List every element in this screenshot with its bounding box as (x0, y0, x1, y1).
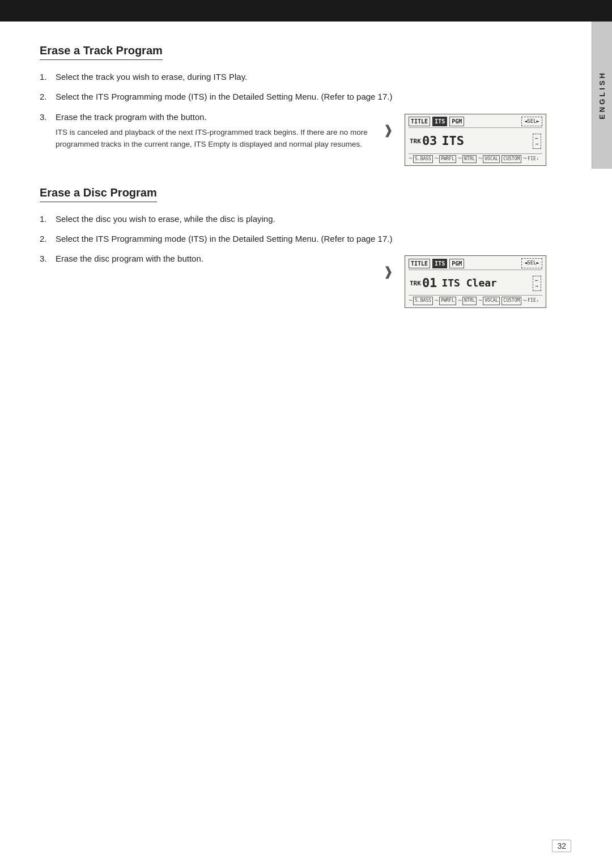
page-number: 32 (552, 840, 571, 852)
lcd-trk-num-1: 03 (422, 131, 437, 151)
lcd-labels-2: TITLE ITS PGM (409, 259, 464, 269)
lcd-sbass-1: 〜S.BASS (409, 155, 433, 163)
lcd-custom-2: CUSTOM (502, 297, 521, 305)
lcd-bottom-row-2: 〜S.BASS 〜PWRFL 〜NTRL 〜VOCAL CUSTOM 〜FIE↓ (409, 295, 542, 305)
step-number-2: 2. (40, 90, 56, 103)
arrow-icon-disc: ❱ (383, 262, 393, 281)
lcd-label-pgm-2: PGM (449, 259, 464, 269)
track-step-3-content: Erase the track program with the button.… (56, 110, 546, 166)
step3-row-track: Erase the track program with the button.… (56, 110, 546, 166)
step3-row-disc: Erase the disc program with the button. … (56, 252, 546, 307)
disc-steps: 1. Select the disc you wish to erase, wh… (40, 212, 546, 308)
lcd-label-title-2: TITLE (409, 259, 430, 269)
lcd-label-its-2: ITS (432, 259, 447, 269)
track-step-1: 1. Select the track you wish to erase, d… (40, 70, 546, 83)
main-content: Erase a Track Program 1. Select the trac… (0, 22, 592, 342)
track-step-3: 3. Erase the track program with the butt… (40, 110, 546, 166)
lcd-sbass-2: 〜S.BASS (409, 297, 433, 305)
disc-step-3: 3. Erase the disc program with the butto… (40, 252, 546, 307)
side-tab: ENGLISH (592, 22, 612, 169)
lcd-trk-label-2: TRK (410, 279, 421, 288)
section-erase-disc: Erase a Disc Program 1. Select the disc … (40, 186, 546, 308)
lcd-fie-2: 〜FIE↓ (523, 297, 539, 304)
lcd-sel-1: ◄SEL► (521, 117, 542, 127)
lcd-mode-1: ITS (441, 131, 532, 151)
lcd-display-disc: TITLE ITS PGM ◄SEL► TRK 01 (405, 255, 546, 307)
lcd-label-pgm-1: PGM (449, 117, 464, 127)
step-number-1: 1. (40, 70, 56, 83)
disc-step-1: 1. Select the disc you wish to erase, wh… (40, 212, 546, 225)
lcd-sel-2: ◄SEL► (521, 258, 542, 268)
lcd-top-row-1: TITLE ITS PGM ◄SEL► (409, 117, 542, 129)
track-step-1-text: Select the track you wish to erase, duri… (56, 70, 546, 83)
disc-step-3-content: Erase the disc program with the button. … (56, 252, 546, 307)
track-step-3-subtext: ITS is canceled and playback of the next… (56, 127, 372, 151)
disc-step-1-text: Select the disc you wish to erase, while… (56, 212, 546, 225)
lcd-pwrfl-1: 〜PWRFL (435, 155, 456, 163)
lcd-bottom-row-1: 〜S.BASS 〜PWRFL 〜NTRL 〜VOCAL CUSTOM 〜FIE↓ (409, 153, 542, 163)
disc-step-number-1: 1. (40, 212, 56, 225)
lcd-trk-label-1: TRK (410, 136, 421, 146)
track-step-3-text: Erase the track program with the button. (56, 112, 207, 122)
disc-step-2: 2. Select the ITS Programming mode (ITS)… (40, 232, 546, 245)
step3-left-track: Erase the track program with the button.… (56, 110, 372, 151)
lcd-label-its-1: ITS (432, 117, 447, 127)
lcd-mode-2: ITS Clear (441, 275, 532, 291)
step3-left-disc: Erase the disc program with the button. (56, 252, 372, 265)
lcd-labels-1: TITLE ITS PGM (409, 117, 464, 127)
disc-step-2-text: Select the ITS Programming mode (ITS) in… (56, 232, 546, 245)
disc-step-3-text: Erase the disc program with the button. (56, 254, 203, 263)
lcd-main-row-2: TRK 01 ITS Clear ← → (409, 271, 542, 295)
lcd-arrows-1: ← → (533, 134, 541, 149)
section-heading-disc: Erase a Disc Program (40, 186, 157, 202)
lcd-label-title-1: TITLE (409, 117, 430, 127)
lcd-ntrl-2: 〜NTRL (458, 297, 477, 305)
disc-step-number-2: 2. (40, 232, 56, 245)
lcd-arrows-2: ← → (533, 276, 541, 292)
top-bar (0, 0, 612, 22)
lcd-vocal-1: 〜VOCAL (478, 155, 500, 163)
section-erase-track: Erase a Track Program 1. Select the trac… (40, 44, 546, 166)
lcd-sel-text-1: ◄SEL► (524, 118, 539, 126)
track-step-2: 2. Select the ITS Programming mode (ITS)… (40, 90, 546, 103)
lcd-custom-1: CUSTOM (502, 155, 521, 163)
step-number-3: 3. (40, 110, 56, 123)
lcd-top-row-2: TITLE ITS PGM ◄SEL► (409, 258, 542, 270)
lcd-sel-text-2: ◄SEL► (524, 259, 539, 267)
arrow-icon-track: ❱ (383, 121, 393, 140)
lcd-pwrfl-2: 〜PWRFL (435, 297, 456, 305)
disc-step-number-3: 3. (40, 252, 56, 265)
lcd-vocal-2: 〜VOCAL (478, 297, 500, 305)
lcd-display-track: TITLE ITS PGM ◄SEL► TRK 03 (405, 114, 546, 166)
lcd-fie-1: 〜FIE↓ (523, 156, 539, 163)
lcd-ntrl-1: 〜NTRL (458, 155, 477, 163)
track-steps: 1. Select the track you wish to erase, d… (40, 70, 546, 166)
track-step-2-text: Select the ITS Programming mode (ITS) in… (56, 90, 546, 103)
lcd-trk-num-2: 01 (422, 273, 437, 293)
side-tab-label: ENGLISH (598, 71, 606, 119)
section-heading-track: Erase a Track Program (40, 44, 163, 60)
lcd-main-row-1: TRK 03 ITS ← → (409, 129, 542, 153)
